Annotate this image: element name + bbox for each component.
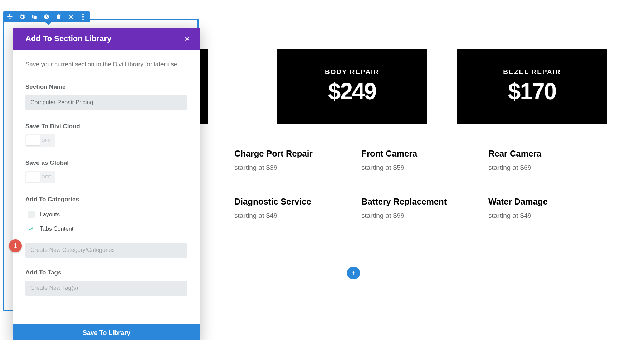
add-to-tags-label: Add To Tags bbox=[25, 269, 187, 276]
service-title: Diagnostic Service bbox=[234, 197, 347, 207]
toggle-state: OFF bbox=[42, 174, 52, 179]
toggle-state: OFF bbox=[42, 138, 52, 143]
save-to-library-icon[interactable] bbox=[43, 14, 50, 20]
pricing-card-price: $170 bbox=[508, 78, 556, 105]
service-subtitle: starting at $49 bbox=[234, 212, 347, 220]
pricing-card-title: BEZEL REPAIR bbox=[503, 68, 561, 76]
save-as-global-label: Save as Global bbox=[25, 159, 187, 167]
service-subtitle: starting at $59 bbox=[361, 164, 474, 172]
add-to-library-modal: Add To Section Library Save your current… bbox=[13, 28, 200, 340]
service-title: Water Damage bbox=[488, 197, 601, 207]
service-item: Diagnostic Service starting at $49 bbox=[234, 197, 347, 220]
toolbar-caret-icon bbox=[45, 22, 51, 25]
section-name-label: Section Name bbox=[25, 83, 187, 91]
modal-close-button[interactable] bbox=[183, 35, 191, 43]
pricing-card-title: BODY REPAIR bbox=[325, 68, 379, 76]
service-title: Charge Port Repair bbox=[234, 149, 347, 159]
move-icon[interactable] bbox=[7, 14, 13, 20]
modal-title: Add To Section Library bbox=[25, 34, 111, 43]
category-option-tabs-content[interactable]: Tabs Content bbox=[25, 222, 187, 236]
service-title: Battery Replacement bbox=[361, 197, 474, 207]
annotation-badge-1: 1 bbox=[9, 239, 22, 252]
close-icon bbox=[184, 35, 190, 42]
more-icon[interactable] bbox=[80, 14, 86, 20]
close-icon[interactable] bbox=[68, 14, 74, 20]
new-tag-input[interactable] bbox=[25, 281, 187, 296]
toggle-knob bbox=[26, 172, 40, 182]
service-item: Battery Replacement starting at $99 bbox=[361, 197, 474, 220]
gear-icon[interactable] bbox=[19, 14, 25, 20]
categories-list: Layouts Tabs Content bbox=[25, 207, 187, 236]
modal-intro-text: Save your current section to the Divi Li… bbox=[25, 60, 187, 69]
service-title: Rear Camera bbox=[488, 149, 601, 159]
toggle-knob bbox=[26, 135, 40, 145]
checkbox-icon bbox=[28, 211, 35, 218]
service-item: Front Camera starting at $59 bbox=[361, 149, 474, 172]
save-button-label: Save To Library bbox=[83, 329, 131, 337]
save-as-global-toggle[interactable]: OFF bbox=[25, 171, 55, 183]
category-option-layouts[interactable]: Layouts bbox=[25, 207, 187, 222]
service-item: Charge Port Repair starting at $39 bbox=[234, 149, 347, 172]
duplicate-icon[interactable] bbox=[31, 14, 38, 20]
section-name-input[interactable] bbox=[25, 95, 187, 110]
service-item: Water Damage starting at $49 bbox=[488, 197, 601, 220]
add-to-categories-label: Add To Categories bbox=[25, 196, 187, 203]
modal-header: Add To Section Library bbox=[13, 28, 200, 50]
service-subtitle: starting at $39 bbox=[234, 164, 347, 172]
service-subtitle: starting at $69 bbox=[488, 164, 601, 172]
plus-icon: + bbox=[351, 269, 356, 277]
new-category-input[interactable] bbox=[25, 243, 187, 258]
badge-number: 1 bbox=[14, 242, 17, 250]
trash-icon[interactable] bbox=[55, 14, 62, 20]
service-subtitle: starting at $49 bbox=[488, 212, 601, 220]
save-to-cloud-toggle[interactable]: OFF bbox=[25, 134, 55, 147]
pricing-card-price: $249 bbox=[328, 78, 376, 105]
services-grid: Charge Port Repair starting at $39 Front… bbox=[234, 149, 601, 220]
add-section-button[interactable]: + bbox=[347, 267, 360, 279]
save-to-cloud-label: Save To Divi Cloud bbox=[25, 123, 187, 130]
save-to-library-button[interactable]: Save To Library bbox=[13, 324, 200, 340]
service-title: Front Camera bbox=[361, 149, 474, 159]
section-toolbar bbox=[3, 11, 90, 22]
pricing-card: BODY REPAIR $249 bbox=[277, 49, 427, 124]
category-label: Layouts bbox=[40, 211, 60, 218]
modal-body: Save your current section to the Divi Li… bbox=[13, 50, 200, 324]
service-subtitle: starting at $99 bbox=[361, 212, 474, 220]
pricing-card: BEZEL REPAIR $170 bbox=[457, 49, 607, 124]
checkbox-checked-icon bbox=[28, 225, 35, 233]
service-item: Rear Camera starting at $69 bbox=[488, 149, 601, 172]
category-label: Tabs Content bbox=[40, 226, 73, 232]
